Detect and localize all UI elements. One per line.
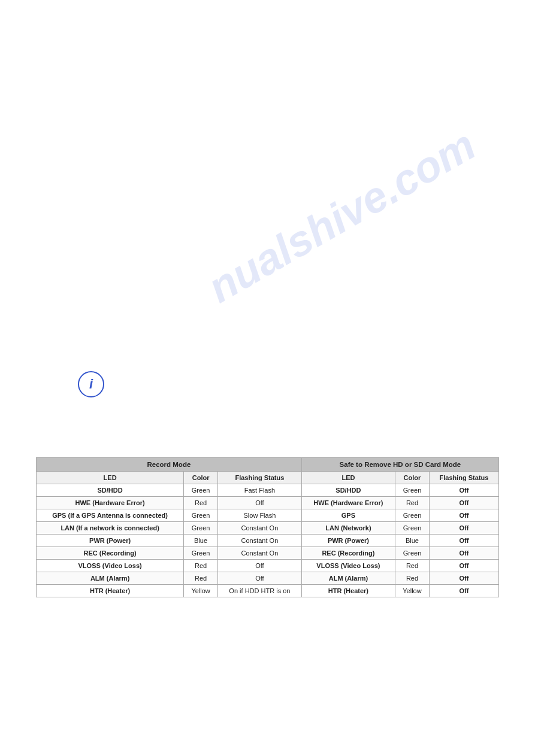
table-body: SD/HDDGreenFast FlashSD/HDDGreenOffHWE (… — [37, 484, 499, 597]
table-cell: REC (Recording) — [301, 547, 395, 560]
table-subheader: LED Color Flashing Status LED Color Flas… — [37, 472, 499, 484]
table-cell: Red — [184, 560, 218, 572]
header-safe-mode: Safe to Remove HD or SD Card Mode — [301, 458, 498, 472]
table-cell: Red — [395, 560, 430, 572]
table-cell: Red — [395, 572, 430, 585]
table-cell: Off — [429, 547, 498, 560]
table-cell: Green — [184, 509, 218, 522]
table-cell: Constant On — [218, 547, 302, 560]
table-cell: Yellow — [184, 585, 218, 597]
table-cell: Off — [429, 560, 498, 572]
col-flashing: Flashing Status — [218, 472, 302, 484]
table-cell: Fast Flash — [218, 484, 302, 497]
table-cell: REC (Recording) — [37, 547, 184, 560]
col-flashing2: Flashing Status — [429, 472, 498, 484]
table-cell: Off — [429, 522, 498, 535]
table-cell: LAN (Network) — [301, 522, 395, 535]
table-row: VLOSS (Video Loss)RedOffVLOSS (Video Los… — [37, 560, 499, 572]
table-cell: Green — [395, 509, 430, 522]
table-cell: VLOSS (Video Loss) — [37, 560, 184, 572]
col-color: Color — [184, 472, 218, 484]
table-cell: Green — [395, 484, 430, 497]
table-cell: Off — [218, 572, 302, 585]
table-cell: Off — [429, 484, 498, 497]
table-cell: Off — [218, 560, 302, 572]
table-cell: Off — [429, 572, 498, 585]
table-cell: SD/HDD — [301, 484, 395, 497]
info-icon: i — [78, 371, 104, 397]
table-cell: Off — [429, 497, 498, 509]
table-row: PWR (Power)BlueConstant OnPWR (Power)Blu… — [37, 535, 499, 547]
table-row: REC (Recording)GreenConstant OnREC (Reco… — [37, 547, 499, 560]
table-cell: On if HDD HTR is on — [218, 585, 302, 597]
table-row: LAN (If a network is connected)GreenCons… — [37, 522, 499, 535]
table-cell: Constant On — [218, 535, 302, 547]
table-cell: Red — [395, 497, 430, 509]
table-cell: HTR (Heater) — [37, 585, 184, 597]
info-section: i — [78, 371, 104, 397]
table-cell: SD/HDD — [37, 484, 184, 497]
table-cell: Blue — [184, 535, 218, 547]
page-container: nualshive.com i Record Mode Safe to Remo… — [0, 0, 535, 756]
table-cell: VLOSS (Video Loss) — [301, 560, 395, 572]
col-led: LED — [37, 472, 184, 484]
watermark: nualshive.com — [200, 120, 483, 312]
table-cell: Yellow — [395, 585, 430, 597]
table-cell: Off — [218, 497, 302, 509]
table-cell: Green — [184, 522, 218, 535]
table-cell: PWR (Power) — [37, 535, 184, 547]
table-cell: HTR (Heater) — [301, 585, 395, 597]
table-row: HWE (Hardware Error)RedOffHWE (Hardware … — [37, 497, 499, 509]
table-cell: Green — [184, 547, 218, 560]
table-section: Record Mode Safe to Remove HD or SD Card… — [36, 457, 499, 597]
table-header-main: Record Mode Safe to Remove HD or SD Card… — [37, 458, 499, 472]
table-cell: Red — [184, 572, 218, 585]
col-led2: LED — [301, 472, 395, 484]
table-cell: Off — [429, 585, 498, 597]
table-cell: GPS — [301, 509, 395, 522]
table-row: ALM (Alarm)RedOffALM (Alarm)RedOff — [37, 572, 499, 585]
table-cell: ALM (Alarm) — [301, 572, 395, 585]
table-cell: ALM (Alarm) — [37, 572, 184, 585]
led-table: Record Mode Safe to Remove HD or SD Card… — [36, 457, 499, 597]
col-color2: Color — [395, 472, 430, 484]
table-cell: Green — [395, 547, 430, 560]
table-row: GPS (If a GPS Antenna is connected)Green… — [37, 509, 499, 522]
table-cell: Slow Flash — [218, 509, 302, 522]
table-cell: Green — [395, 522, 430, 535]
table-cell: Red — [184, 497, 218, 509]
table-cell: Blue — [395, 535, 430, 547]
table-cell: Off — [429, 535, 498, 547]
table-row: SD/HDDGreenFast FlashSD/HDDGreenOff — [37, 484, 499, 497]
table-cell: GPS (If a GPS Antenna is connected) — [37, 509, 184, 522]
table-cell: Green — [184, 484, 218, 497]
table-row: HTR (Heater)YellowOn if HDD HTR is onHTR… — [37, 585, 499, 597]
header-record-mode: Record Mode — [37, 458, 302, 472]
table-cell: LAN (If a network is connected) — [37, 522, 184, 535]
table-cell: PWR (Power) — [301, 535, 395, 547]
table-cell: Constant On — [218, 522, 302, 535]
table-cell: HWE (Hardware Error) — [301, 497, 395, 509]
table-cell: HWE (Hardware Error) — [37, 497, 184, 509]
table-cell: Off — [429, 509, 498, 522]
